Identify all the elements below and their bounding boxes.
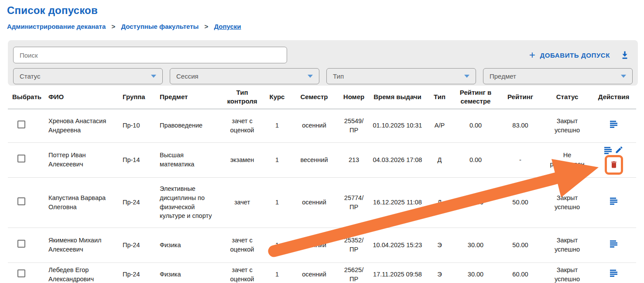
cell-semester-rating: 30.00 [454,262,497,283]
table-row: Капустина Варвара Олеговна Пр-24 Электив… [8,177,636,228]
delete-highlight-box [605,155,623,175]
cell-fio: Капустина Варвара Олеговна [46,177,120,228]
chevron-down-icon [308,75,313,78]
details-icon[interactable] [610,197,618,205]
chevron-down-icon [464,75,469,78]
details-icon[interactable] [610,240,618,248]
cell-number: 25625/​ПР [338,262,370,283]
column-header-type: Тип [425,86,454,109]
cell-issued-at: 16.12.2025 11:08 [370,177,425,228]
row-checkbox[interactable] [17,121,25,128]
cell-rating: 83.00 [497,109,543,142]
cell-number: 25774/​ПР [338,177,370,228]
cell-status: Закрыт успешно [543,262,591,283]
cell-subject: Правоведение [157,109,220,142]
filter-type-dropdown[interactable]: Тип [326,68,476,84]
cell-group: Пр-24 [120,228,157,262]
filter-type-label: Тип [333,72,344,80]
details-icon[interactable] [610,269,618,277]
column-header-rating: Рейтинг [497,86,543,109]
breadcrumb-link-deanery-admin[interactable]: Администрирование деканата [7,23,106,30]
column-header-subject: Предмет [157,86,220,109]
cell-type: Э [425,262,454,283]
breadcrumb-separator: > [204,23,208,30]
details-icon[interactable] [604,147,613,154]
cell-rating: 50.00 [497,177,543,228]
download-icon[interactable] [620,50,630,60]
breadcrumb-link-admissions[interactable]: Допуски [214,23,241,30]
column-header-actions: Действия [591,86,636,109]
cell-type: Д [425,142,454,177]
filter-subject-dropdown[interactable]: Предмет [483,68,633,84]
cell-group: Пр-14 [120,142,157,177]
filter-session-label: Сессия [176,72,199,80]
cell-subject: Высшая математика [157,142,220,177]
details-icon[interactable] [610,121,618,128]
column-header-semester: Семестр [290,86,338,109]
column-header-fio: ФИО [46,86,120,109]
cell-issued-at: 01.10.2025 10:31 [370,109,425,142]
edit-icon[interactable] [615,145,623,154]
cell-fio: Поттер Иван Алексеевич [46,142,120,177]
column-header-select: Выбрать [8,86,46,109]
cell-subject: Физика [157,262,220,283]
cell-subject: Физика [157,228,220,262]
table-row: Якименко Михаил Алексеевич Пр-24 Физика … [8,228,636,262]
search-input[interactable] [13,47,287,63]
cell-fio: Хренова Анастасия Андреевна [46,109,120,142]
cell-course: 1 [264,109,290,142]
cell-semester-rating: 30.00 [454,228,497,262]
filter-status-label: Статус [20,72,40,80]
cell-semester-rating: 0.00 [454,109,497,142]
breadcrumb-link-faculties[interactable]: Доступные факультеты [121,23,199,30]
cell-control-type: зачет с оценкой [220,262,264,283]
column-header-control-type: Тип контроля [220,86,264,109]
cell-course: 1 [264,228,290,262]
add-admission-label: ДОБАВИТЬ ДОПУСК [540,52,610,59]
cell-status: Закрыт успешно [543,109,591,142]
cell-rating: - [497,142,543,177]
cell-control-type: зачет [220,177,264,228]
cell-control-type: экзамен [220,142,264,177]
column-header-group: Группа [120,86,157,109]
column-header-course: Курс [264,86,290,109]
cell-control-type: зачет с оценкой [220,109,264,142]
column-header-number: Номер [338,86,370,109]
column-header-status: Статус [543,86,591,109]
filter-session-dropdown[interactable]: Сессия [170,68,319,84]
cell-course: 1 [264,177,290,228]
row-checkbox[interactable] [17,155,25,162]
cell-fio: Якименко Михаил Алексеевич [46,228,120,262]
delete-icon[interactable] [610,160,618,169]
cell-status: Не рассмотрен [543,142,591,177]
row-checkbox[interactable] [17,269,25,277]
cell-group: Пр-24 [120,177,157,228]
cell-control-type: зачет с оценкой [220,228,264,262]
cell-semester: весенний [290,142,338,177]
filter-status-dropdown[interactable]: Статус [13,68,163,84]
row-checkbox[interactable] [17,197,25,205]
add-admission-button[interactable]: + ДОБАВИТЬ ДОПУСК [529,51,610,59]
cell-course: 1 [264,262,290,283]
plus-icon: + [529,51,536,59]
cell-number: 25549/​ПР [338,109,370,142]
cell-group: Пр-10 [120,109,157,142]
chevron-down-icon [621,75,626,78]
cell-issued-at: 17.11.2025 09:58 [370,262,425,283]
row-checkbox[interactable] [17,240,25,248]
breadcrumb-separator: > [111,23,115,30]
cell-issued-at: 04.03.2026 17:08 [370,142,425,177]
cell-type: А/Р [425,109,454,142]
filter-panel: + ДОБАВИТЬ ДОПУСК Статус Сессия [8,40,638,86]
chevron-down-icon [151,75,156,78]
cell-semester: осенний [290,228,338,262]
table-header-row: Выбрать ФИО Группа Предмет Тип контроля … [8,86,636,109]
cell-fio: Лебедев Егор Александрович [46,262,120,283]
cell-group: Пр-24 [120,262,157,283]
cell-semester: осенний [290,262,338,283]
cell-status: Закрыт успешно [543,228,591,262]
filter-subject-label: Предмет [490,72,516,80]
cell-issued-at: 10.04.2025 15:23 [370,228,425,262]
cell-type: Д [425,177,454,228]
cell-subject: Элективные дисциплины по физической куль… [157,177,220,228]
